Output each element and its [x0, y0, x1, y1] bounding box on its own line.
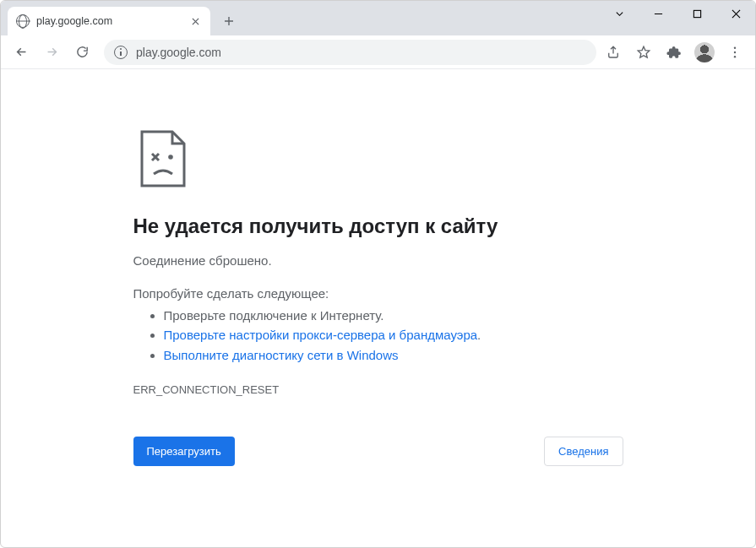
sad-page-icon	[133, 128, 194, 189]
share-icon	[606, 45, 621, 60]
browser-tab[interactable]: play.google.com	[8, 7, 210, 35]
address-bar[interactable]: play.google.com	[104, 40, 596, 65]
globe-icon	[16, 14, 30, 28]
error-title: Не удается получить доступ к сайту	[133, 214, 623, 238]
reload-page-button[interactable]: Перезагрузить	[133, 437, 235, 466]
arrow-left-icon	[14, 45, 29, 59]
new-tab-button[interactable]	[217, 9, 241, 33]
reload-icon	[75, 45, 90, 59]
window-controls	[600, 1, 755, 26]
address-bar-text: play.google.com	[136, 46, 586, 59]
forward-button[interactable]	[38, 39, 65, 66]
profile-avatar[interactable]	[694, 42, 715, 62]
error-suggestion: Выполните диагностику сети в Windows	[164, 345, 623, 365]
bookmark-button[interactable]	[630, 39, 657, 66]
error-subtitle: Соединение сброшено.	[133, 253, 623, 268]
back-button[interactable]	[8, 39, 35, 66]
svg-point-1	[734, 46, 736, 48]
error-actions: Перезагрузить Сведения	[133, 437, 623, 466]
svg-rect-0	[693, 10, 700, 17]
minimize-icon	[654, 9, 663, 19]
page-content: Не удается получить доступ к сайту Соеди…	[1, 69, 755, 466]
window-close-button[interactable]	[716, 1, 755, 26]
site-info-icon[interactable]	[114, 46, 128, 59]
browser-toolbar: play.google.com	[1, 35, 755, 69]
svg-point-2	[734, 51, 736, 52]
proxy-settings-link[interactable]: Проверьте настройки прокси-сервера и бра…	[164, 328, 478, 342]
extensions-button[interactable]	[661, 39, 688, 66]
close-icon	[192, 18, 199, 25]
dots-vertical-icon	[727, 45, 742, 60]
window-maximize-button[interactable]	[677, 1, 716, 26]
error-code: ERR_CONNECTION_RESET	[133, 383, 623, 396]
tab-title: play.google.com	[36, 15, 182, 27]
share-button[interactable]	[600, 39, 627, 66]
error-suggestion: Проверьте подключение к Интернету.	[164, 306, 623, 325]
diagnostics-link[interactable]: Выполните диагностику сети в Windows	[164, 348, 399, 362]
svg-point-4	[168, 155, 173, 160]
browser-title-bar: play.google.com	[1, 1, 755, 35]
maximize-icon	[693, 9, 702, 19]
star-icon	[636, 45, 651, 60]
arrow-right-icon	[45, 45, 59, 59]
window-caret-button[interactable]	[600, 1, 639, 26]
reload-button[interactable]	[68, 39, 95, 66]
window-minimize-button[interactable]	[639, 1, 677, 26]
tab-close-button[interactable]	[188, 14, 202, 28]
plus-icon	[224, 16, 234, 26]
menu-button[interactable]	[721, 39, 748, 66]
error-try-heading: Попробуйте сделать следующее:	[133, 286, 623, 301]
svg-point-3	[734, 56, 736, 57]
close-icon	[732, 9, 741, 19]
error-container: Не удается получить доступ к сайту Соеди…	[133, 128, 623, 466]
puzzle-icon	[666, 45, 682, 60]
error-suggestion: Проверьте настройки прокси-сервера и бра…	[164, 325, 623, 345]
details-button[interactable]: Сведения	[544, 437, 623, 466]
error-suggestion-list: Проверьте подключение к Интернету. Прове…	[133, 306, 623, 365]
chevron-down-icon	[615, 9, 624, 19]
